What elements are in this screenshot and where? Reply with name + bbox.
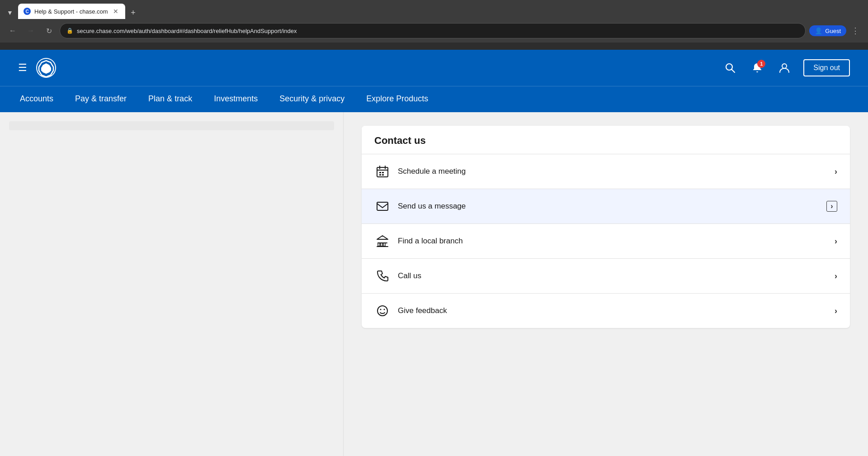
- tab-favicon: C: [24, 8, 31, 15]
- contact-item-give-feedback[interactable]: Give feedback ›: [362, 294, 850, 328]
- nav-item-explore-products[interactable]: Explore Products: [364, 86, 430, 113]
- notification-badge: 1: [757, 60, 765, 68]
- find-branch-arrow-icon: ›: [835, 237, 837, 246]
- svg-rect-13: [382, 174, 384, 176]
- chase-logo-svg: [37, 59, 55, 77]
- tab-bar: ▼ C Help & Support - chase.com ✕ +: [0, 0, 868, 19]
- contact-card-title: Contact us: [374, 135, 837, 147]
- tab-close-icon[interactable]: ✕: [112, 7, 120, 15]
- schedule-meeting-label: Schedule a meeting: [398, 167, 835, 176]
- chase-logo: [36, 58, 56, 78]
- address-bar[interactable]: 🔒 secure.chase.com/web/auth/dashboard#/d…: [60, 23, 806, 38]
- svg-rect-10: [379, 172, 381, 173]
- notifications-button[interactable]: 1: [749, 60, 765, 76]
- send-message-label: Send us a message: [398, 202, 826, 211]
- svg-rect-16: [378, 243, 380, 246]
- find-branch-label: Find a local branch: [398, 237, 835, 246]
- reload-button[interactable]: ↻: [42, 24, 56, 38]
- contact-item-find-branch[interactable]: Find a local branch ›: [362, 224, 850, 259]
- phone-icon: [374, 268, 391, 284]
- nav-item-investments[interactable]: Investments: [212, 86, 259, 113]
- search-icon: [725, 62, 736, 73]
- svg-point-21: [377, 306, 387, 316]
- svg-point-5: [782, 64, 787, 68]
- svg-rect-12: [379, 174, 381, 176]
- content-area: Contact us: [0, 112, 868, 456]
- contact-item-call-us[interactable]: Call us ›: [362, 259, 850, 294]
- contact-item-send-message[interactable]: Send us a message ›: [362, 189, 850, 224]
- send-message-arrow-icon: ›: [826, 201, 837, 212]
- svg-point-23: [384, 309, 385, 310]
- hamburger-menu-button[interactable]: ☰: [18, 62, 27, 74]
- profile-icon: 👤: [815, 27, 822, 34]
- nav-item-accounts[interactable]: Accounts: [18, 86, 55, 113]
- address-bar-url: secure.chase.com/web/auth/dashboard#/das…: [77, 28, 799, 34]
- tab-group-switcher[interactable]: ▼: [4, 6, 16, 19]
- give-feedback-label: Give feedback: [398, 306, 835, 315]
- svg-marker-15: [377, 236, 388, 239]
- toolbar-actions: 👤 Guest ⋮: [809, 24, 863, 38]
- search-button[interactable]: [722, 60, 738, 76]
- nav-item-plan-track[interactable]: Plan & track: [146, 86, 194, 113]
- header-actions: 1 Sign out: [722, 59, 850, 76]
- svg-rect-18: [383, 243, 385, 246]
- left-panel: [0, 112, 344, 456]
- back-button[interactable]: ←: [5, 24, 20, 38]
- nav-item-pay-transfer[interactable]: Pay & transfer: [73, 86, 128, 113]
- profile-label: Guest: [825, 28, 841, 34]
- forward-button[interactable]: →: [24, 24, 38, 38]
- call-us-label: Call us: [398, 271, 835, 280]
- calendar-icon: [374, 163, 391, 180]
- feedback-icon: [374, 303, 391, 319]
- user-icon: [778, 62, 790, 74]
- contact-item-schedule-meeting[interactable]: Schedule a meeting ›: [362, 154, 850, 189]
- browser-menu-button[interactable]: ⋮: [848, 24, 863, 38]
- give-feedback-arrow-icon: ›: [835, 306, 837, 316]
- schedule-meeting-arrow-icon: ›: [835, 167, 837, 176]
- contact-us-card: Contact us: [362, 126, 850, 328]
- svg-rect-11: [382, 172, 384, 173]
- contact-card-header: Contact us: [362, 126, 850, 154]
- profile-button[interactable]: 👤 Guest: [809, 25, 846, 36]
- call-us-arrow-icon: ›: [835, 271, 837, 281]
- browser-chrome: ▼ C Help & Support - chase.com ✕ + ← → ↻…: [0, 0, 868, 50]
- message-icon: [374, 198, 391, 214]
- chase-app: ☰ 1: [0, 50, 868, 456]
- new-tab-button[interactable]: +: [127, 6, 140, 19]
- address-bar-lock-icon: 🔒: [66, 28, 73, 34]
- right-panel: Contact us: [344, 112, 868, 456]
- svg-point-22: [380, 309, 382, 310]
- chase-nav: Accounts Pay & transfer Plan & track Inv…: [0, 86, 868, 112]
- svg-rect-17: [381, 243, 382, 246]
- nav-item-security-privacy[interactable]: Security & privacy: [278, 86, 346, 113]
- sign-out-button[interactable]: Sign out: [803, 59, 850, 76]
- chase-header: ☰ 1: [0, 50, 868, 86]
- bank-icon: [374, 233, 391, 249]
- svg-line-4: [732, 70, 735, 73]
- account-button[interactable]: [776, 60, 793, 76]
- tab-title: Help & Support - chase.com: [34, 8, 108, 15]
- active-tab[interactable]: C Help & Support - chase.com ✕: [18, 4, 125, 19]
- svg-rect-14: [377, 202, 388, 210]
- browser-toolbar: ← → ↻ 🔒 secure.chase.com/web/auth/dashbo…: [0, 19, 868, 43]
